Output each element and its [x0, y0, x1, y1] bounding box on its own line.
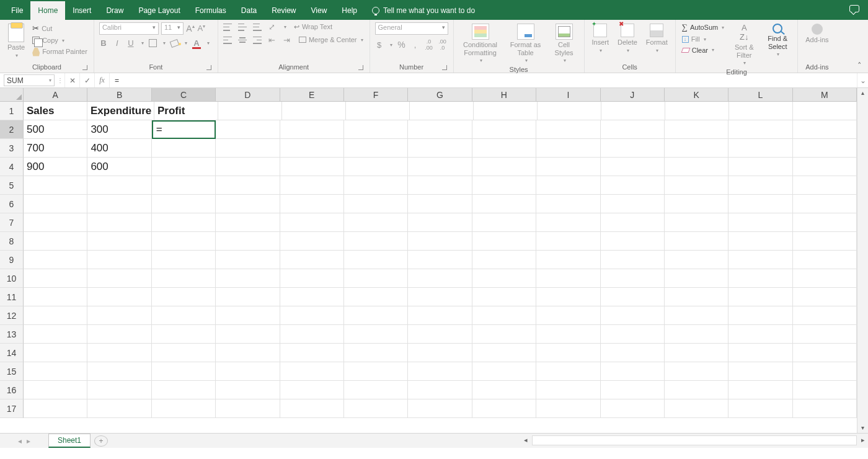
row-header-8[interactable]: 8 — [0, 232, 24, 251]
cell-styles-button[interactable]: Cell Styles▾ — [549, 22, 579, 65]
cell-F17[interactable] — [344, 399, 408, 418]
cell-L9[interactable] — [728, 251, 792, 269]
cell-F1[interactable] — [346, 102, 410, 120]
comments-icon[interactable] — [849, 5, 859, 12]
scroll-down-icon[interactable]: ▾ — [857, 423, 868, 433]
cell-B4[interactable]: 600 — [87, 158, 151, 176]
cell-F9[interactable] — [344, 251, 408, 269]
cell-L13[interactable] — [728, 325, 792, 344]
cell-G14[interactable] — [408, 344, 472, 362]
cell-I13[interactable] — [536, 325, 600, 344]
cell-H11[interactable] — [472, 288, 536, 306]
cell-I2[interactable] — [536, 120, 600, 139]
cell-J1[interactable] — [601, 102, 665, 120]
cell-L8[interactable] — [728, 232, 792, 251]
cell-M5[interactable] — [793, 176, 857, 195]
cell-H13[interactable] — [472, 325, 536, 344]
insert-function-button[interactable]: fx — [94, 73, 109, 87]
column-header-M[interactable]: M — [793, 88, 857, 102]
cell-I11[interactable] — [536, 288, 600, 306]
cell-I6[interactable] — [536, 195, 600, 213]
cell-H8[interactable] — [472, 232, 536, 251]
cell-B16[interactable] — [87, 381, 151, 399]
cell-B8[interactable] — [87, 232, 151, 251]
cell-C3[interactable] — [152, 139, 216, 158]
cell-K8[interactable] — [665, 232, 728, 251]
row-header-3[interactable]: 3 — [0, 139, 24, 158]
format-painter-button[interactable]: Format Painter — [31, 47, 89, 57]
cell-J4[interactable] — [601, 158, 665, 176]
cell-J2[interactable] — [601, 120, 665, 139]
cell-G2[interactable] — [408, 120, 472, 139]
cell-A7[interactable] — [24, 213, 87, 232]
cell-M3[interactable] — [793, 139, 857, 158]
increase-indent-icon[interactable]: ⇥ — [283, 35, 291, 45]
row-header-15[interactable]: 15 — [0, 362, 24, 381]
row-header-7[interactable]: 7 — [0, 213, 24, 232]
cell-J8[interactable] — [601, 232, 665, 251]
cell-H17[interactable] — [472, 399, 536, 418]
increase-font-icon[interactable]: A▴ — [186, 24, 195, 33]
cell-I17[interactable] — [536, 399, 600, 418]
cell-G12[interactable] — [408, 306, 472, 325]
column-header-F[interactable]: F — [344, 88, 408, 102]
cell-E8[interactable] — [280, 232, 344, 251]
cell-C16[interactable] — [152, 381, 216, 399]
cut-button[interactable]: ✂Cut — [31, 24, 89, 34]
cell-C7[interactable] — [152, 213, 216, 232]
cell-E12[interactable] — [280, 306, 344, 325]
tab-formulas[interactable]: Formulas — [188, 1, 234, 20]
cell-I8[interactable] — [536, 232, 600, 251]
tell-me-search[interactable]: Tell me what you want to do — [365, 1, 482, 20]
horizontal-scrollbar[interactable] — [532, 435, 857, 445]
cell-J16[interactable] — [601, 381, 665, 399]
cell-M8[interactable] — [793, 232, 857, 251]
name-box[interactable]: SUM▾ — [4, 74, 55, 86]
underline-button[interactable]: U — [126, 38, 135, 48]
cell-E16[interactable] — [280, 381, 344, 399]
cell-I1[interactable] — [538, 102, 601, 120]
cell-C9[interactable] — [152, 251, 216, 269]
cell-D15[interactable] — [216, 362, 280, 381]
cell-G3[interactable] — [408, 139, 472, 158]
scroll-up-icon[interactable]: ▴ — [857, 88, 868, 98]
cell-B6[interactable] — [87, 195, 151, 213]
cell-J13[interactable] — [601, 325, 665, 344]
cell-F15[interactable] — [344, 362, 408, 381]
cell-E3[interactable] — [280, 139, 344, 158]
cell-B15[interactable] — [87, 362, 151, 381]
cell-M6[interactable] — [793, 195, 857, 213]
cell-L12[interactable] — [728, 306, 792, 325]
cell-C17[interactable] — [152, 399, 216, 418]
cell-F8[interactable] — [344, 232, 408, 251]
cell-G10[interactable] — [408, 269, 472, 288]
cell-K16[interactable] — [665, 381, 728, 399]
cell-J15[interactable] — [601, 362, 665, 381]
column-header-L[interactable]: L — [728, 88, 792, 102]
cell-K4[interactable] — [665, 158, 728, 176]
wrap-text-button[interactable]: ↩Wrap Text — [293, 22, 334, 32]
cell-B3[interactable]: 400 — [87, 139, 151, 158]
row-header-12[interactable]: 12 — [0, 306, 24, 325]
cell-M2[interactable] — [793, 120, 857, 139]
row-header-9[interactable]: 9 — [0, 251, 24, 269]
column-header-A[interactable]: A — [24, 88, 87, 102]
cell-D1[interactable] — [218, 102, 282, 120]
cell-C5[interactable] — [152, 176, 216, 195]
cell-D7[interactable] — [216, 213, 280, 232]
cell-D2[interactable] — [216, 120, 280, 139]
vertical-scrollbar[interactable]: ▴ ▾ — [857, 88, 868, 433]
cell-D16[interactable] — [216, 381, 280, 399]
bold-button[interactable]: B — [99, 38, 108, 48]
column-header-E[interactable]: E — [280, 88, 344, 102]
cell-F11[interactable] — [344, 288, 408, 306]
cell-L3[interactable] — [728, 139, 792, 158]
decrease-indent-icon[interactable]: ⇤ — [268, 35, 277, 45]
cell-H5[interactable] — [472, 176, 536, 195]
cell-B10[interactable] — [87, 269, 151, 288]
cell-D9[interactable] — [216, 251, 280, 269]
format-as-table-button[interactable]: Format as Table▾ — [506, 22, 546, 65]
cell-M7[interactable] — [793, 213, 857, 232]
cell-G11[interactable] — [408, 288, 472, 306]
cell-E17[interactable] — [280, 399, 344, 418]
